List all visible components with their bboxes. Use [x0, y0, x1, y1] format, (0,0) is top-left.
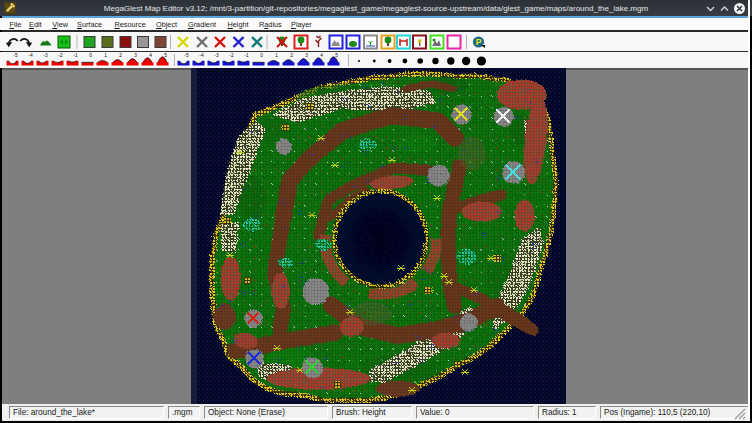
svg-text:2: 2: [290, 53, 293, 58]
svg-text:3: 3: [134, 53, 137, 58]
svg-text:-5: -5: [13, 53, 18, 58]
svg-text:-5: -5: [184, 53, 189, 58]
svg-text:-4: -4: [199, 53, 204, 58]
svg-text:4: 4: [320, 53, 323, 58]
svg-text:P: P: [476, 37, 482, 47]
svg-text:-1: -1: [244, 53, 249, 58]
svg-text:5: 5: [335, 53, 338, 58]
svg-text:4: 4: [149, 53, 152, 58]
svg-text:-2: -2: [229, 53, 234, 58]
svg-text:-2: -2: [58, 53, 63, 58]
svg-text:2: 2: [119, 53, 122, 58]
svg-text:-4: -4: [28, 53, 33, 58]
svg-text:-3: -3: [43, 53, 48, 58]
svg-text:-1: -1: [73, 53, 78, 58]
svg-text:1: 1: [104, 53, 107, 58]
svg-text:1: 1: [275, 53, 278, 58]
svg-text:5: 5: [164, 53, 167, 58]
svg-text:3: 3: [305, 53, 308, 58]
svg-text:0: 0: [89, 53, 92, 58]
svg-text:-3: -3: [214, 53, 219, 58]
svg-text:0: 0: [260, 53, 263, 58]
